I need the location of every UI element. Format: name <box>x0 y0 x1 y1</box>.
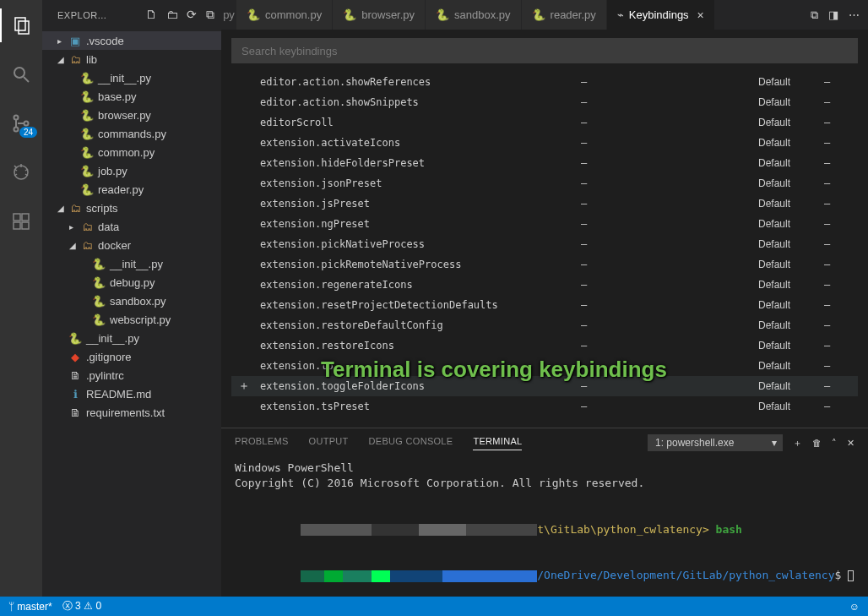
tree-item[interactable]: ▸🗂data <box>42 217 221 236</box>
keybinding-key: — <box>581 299 758 311</box>
editor-tabs: py 🐍common.py🐍browser.py🐍sandbox.py🐍read… <box>221 0 868 30</box>
keybinding-command: extension.resetProjectDetectionDefaults <box>257 299 581 311</box>
close-panel-icon[interactable]: ✕ <box>847 438 854 449</box>
split-editor-icon[interactable]: ◨ <box>828 8 838 21</box>
keybindings-icon: ⌁ <box>617 8 624 21</box>
keybinding-row[interactable]: extension.tsPreset—Default— <box>231 396 858 417</box>
new-terminal-icon[interactable]: ＋ <box>793 437 802 450</box>
collapse-all-icon[interactable]: ⧉ <box>206 8 215 22</box>
folder-icon: 🗂 <box>79 239 95 252</box>
keybinding-row[interactable]: extension.to—Default— <box>231 356 858 376</box>
maximize-panel-icon[interactable]: ˄ <box>832 438 837 449</box>
editor-tab[interactable]: ⌁Keybindings× <box>607 0 715 30</box>
activity-scm-icon[interactable]: 24 <box>0 106 42 140</box>
editor-tab[interactable]: 🐍common.py <box>236 0 333 30</box>
status-feedback-icon[interactable]: ☺ <box>849 601 860 613</box>
tree-item[interactable]: 🐍reader.py <box>42 180 221 199</box>
python-file-icon: 🐍 <box>91 295 106 308</box>
keybinding-key: — <box>581 259 758 270</box>
svg-rect-15 <box>14 222 20 229</box>
tree-item[interactable]: 🐍__init__.py <box>42 68 221 87</box>
activity-explorer-icon[interactable] <box>0 8 42 42</box>
activity-debug-icon[interactable] <box>0 155 42 189</box>
chevron-icon <box>69 185 78 194</box>
editor-tab[interactable]: 🐍browser.py <box>333 0 426 30</box>
panel-tab-problems[interactable]: PROBLEMS <box>235 436 289 450</box>
tree-item[interactable]: 🐍commands.py <box>42 124 221 143</box>
keybinding-row[interactable]: extension.jsonPreset—Default— <box>231 173 858 194</box>
keybindings-list[interactable]: editor.action.showReferences—Default—edi… <box>231 72 858 428</box>
new-folder-icon[interactable]: 🗀 <box>166 8 179 22</box>
keybinding-key: — <box>581 117 758 128</box>
open-keybindings-json-icon[interactable]: ⧉ <box>811 8 818 22</box>
tree-item[interactable]: 🗎requirements.txt <box>42 403 221 422</box>
keybinding-row[interactable]: extension.hideFoldersPreset—Default— <box>231 153 858 173</box>
add-keybinding-icon[interactable]: ＋ <box>231 379 257 394</box>
keybinding-command: editorScroll <box>257 117 581 128</box>
new-file-icon[interactable]: 🗋 <box>145 8 158 22</box>
tree-item[interactable]: ▸▣.vscode <box>42 31 221 50</box>
activity-search-icon[interactable] <box>0 57 42 91</box>
status-branch[interactable]: ᛘ master* <box>8 601 52 613</box>
keybinding-row[interactable]: editor.action.showReferences—Default— <box>231 72 858 92</box>
tree-item[interactable]: 🐍__init__.py <box>42 254 221 273</box>
keybinding-key: — <box>581 340 758 352</box>
file-icon: 🗎 <box>68 369 83 382</box>
keybinding-row[interactable]: editor.action.showSnippets—Default— <box>231 92 858 112</box>
keybinding-row[interactable]: ＋extension.toggleFolderIcons—Default— <box>231 376 858 396</box>
keybinding-row[interactable]: extension.ngPreset—Default— <box>231 214 858 234</box>
tree-item[interactable]: 🐍__init__.py <box>42 329 221 347</box>
panel-tab-debug-console[interactable]: DEBUG CONSOLE <box>369 436 453 450</box>
tree-item[interactable]: 🐍base.py <box>42 87 221 106</box>
tree-item[interactable]: 🐍debug.py <box>42 273 221 292</box>
keybinding-source: Default <box>758 137 824 149</box>
keybinding-row[interactable]: extension.jsPreset—Default— <box>231 194 858 214</box>
keybinding-key: — <box>581 157 758 169</box>
keybinding-row[interactable]: editorScroll—Default— <box>231 112 858 133</box>
bottom-panel: PROBLEMSOUTPUTDEBUG CONSOLETERMINAL 1: p… <box>221 428 868 597</box>
keybinding-source: Default <box>758 380 824 392</box>
keybinding-row[interactable]: extension.pickNativeProcess—Default— <box>231 234 858 254</box>
keybinding-command: extension.pickNativeProcess <box>257 238 581 250</box>
refresh-icon[interactable]: ⟳ <box>187 8 198 22</box>
tree-item[interactable]: ◢🗂scripts <box>42 199 221 217</box>
tree-item[interactable]: 🐍common.py <box>42 143 221 161</box>
tree-item[interactable]: ◆.gitignore <box>42 347 221 366</box>
tree-item-label: scripts <box>86 202 118 215</box>
tree-item[interactable]: ◢🗂docker <box>42 236 221 254</box>
tree-item[interactable]: 🐍job.py <box>42 161 221 180</box>
activity-bar: 24 <box>0 0 42 597</box>
kill-terminal-icon[interactable]: 🗑 <box>812 438 822 448</box>
tree-item[interactable]: 🐍webscript.py <box>42 310 221 329</box>
keybinding-row[interactable]: extension.pickRemoteNativeProcess—Defaul… <box>231 254 858 275</box>
terminal-line <box>235 491 854 506</box>
search-keybindings-input[interactable] <box>231 38 858 63</box>
terminal-body[interactable]: Windows PowerShell Copyright (C) 2016 Mi… <box>221 457 868 602</box>
tree-item[interactable]: ◢🗂lib <box>42 50 221 68</box>
keybinding-row[interactable]: extension.regenerateIcons—Default— <box>231 275 858 295</box>
file-tree[interactable]: ▸▣.vscode◢🗂lib 🐍__init__.py 🐍base.py 🐍br… <box>42 30 221 597</box>
keybinding-key: — <box>581 279 758 291</box>
keybinding-source: Default <box>758 279 824 291</box>
keybinding-row[interactable]: extension.activateIcons—Default— <box>231 133 858 153</box>
tree-item[interactable]: 🐍browser.py <box>42 106 221 124</box>
keybinding-row[interactable]: extension.restoreDefaultConfig—Default— <box>231 315 858 335</box>
status-errors[interactable]: ⓧ 3 ⚠ 0 <box>62 599 101 613</box>
panel-tab-output[interactable]: OUTPUT <box>309 436 349 450</box>
tree-item[interactable]: 🗎.pylintrc <box>42 366 221 384</box>
terminal-select[interactable]: 1: powershell.exe <box>648 434 783 451</box>
folder-icon: 🗂 <box>79 221 95 233</box>
activity-extensions-icon[interactable] <box>0 204 42 238</box>
panel-tab-terminal[interactable]: TERMINAL <box>473 436 522 450</box>
more-actions-icon[interactable]: ⋯ <box>849 8 860 21</box>
editor-tab[interactable]: 🐍reader.py <box>522 0 607 30</box>
tree-item[interactable]: 🐍sandbox.py <box>42 292 221 310</box>
editor-tab[interactable]: 🐍sandbox.py <box>426 0 522 30</box>
close-tab-icon[interactable]: × <box>697 8 704 22</box>
tree-item[interactable]: ℹREADME.md <box>42 384 221 403</box>
keybinding-row[interactable]: extension.restoreIcons—Default— <box>231 335 858 356</box>
tab-overflow-left[interactable]: py <box>221 0 236 30</box>
keybinding-row[interactable]: extension.resetProjectDetectionDefaults—… <box>231 295 858 315</box>
keybinding-command: extension.restoreIcons <box>257 340 581 352</box>
keybinding-command: extension.toggleFolderIcons <box>257 380 581 392</box>
